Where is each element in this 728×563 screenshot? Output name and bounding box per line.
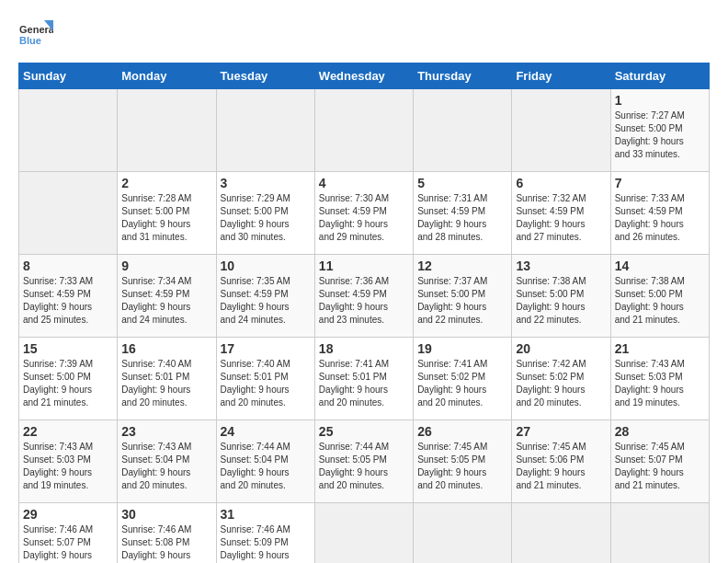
day-cell-10: 10Sunrise: 7:35 AMSunset: 4:59 PMDayligh… bbox=[216, 255, 314, 338]
day-number: 4 bbox=[319, 176, 409, 190]
day-cell-9: 9Sunrise: 7:34 AMSunset: 4:59 PMDaylight… bbox=[118, 255, 216, 338]
calendar-week-4: 15Sunrise: 7:39 AMSunset: 5:00 PMDayligh… bbox=[19, 338, 710, 420]
day-info: Sunrise: 7:46 AMSunset: 5:08 PMDaylight:… bbox=[121, 523, 211, 563]
logo-icon: General Blue bbox=[18, 18, 53, 53]
day-cell-12: 12Sunrise: 7:37 AMSunset: 5:00 PMDayligh… bbox=[414, 255, 512, 338]
day-cell-22: 22Sunrise: 7:43 AMSunset: 5:03 PMDayligh… bbox=[19, 420, 118, 503]
calendar-week-6: 29Sunrise: 7:46 AMSunset: 5:07 PMDayligh… bbox=[19, 503, 710, 564]
day-number: 24 bbox=[221, 424, 311, 439]
day-info: Sunrise: 7:34 AMSunset: 4:59 PMDaylight:… bbox=[121, 275, 211, 327]
day-number: 9 bbox=[121, 259, 211, 273]
day-number: 28 bbox=[615, 424, 705, 439]
day-cell-3: 3Sunrise: 7:29 AMSunset: 5:00 PMDaylight… bbox=[216, 172, 314, 255]
day-number: 29 bbox=[23, 507, 113, 522]
day-info: Sunrise: 7:37 AMSunset: 5:00 PMDaylight:… bbox=[417, 275, 507, 327]
day-number: 16 bbox=[121, 341, 211, 356]
day-cell-26: 26Sunrise: 7:45 AMSunset: 5:05 PMDayligh… bbox=[414, 420, 512, 503]
day-cell-15: 15Sunrise: 7:39 AMSunset: 5:00 PMDayligh… bbox=[19, 338, 118, 420]
day-info: Sunrise: 7:38 AMSunset: 5:00 PMDaylight:… bbox=[615, 275, 705, 327]
calendar-week-1: 1Sunrise: 7:27 AMSunset: 5:00 PMDaylight… bbox=[19, 89, 710, 172]
empty-cell bbox=[512, 89, 610, 172]
logo: General Blue bbox=[18, 18, 53, 53]
day-number: 6 bbox=[516, 176, 606, 190]
calendar-table: SundayMondayTuesdayWednesdayThursdayFrid… bbox=[18, 63, 710, 563]
day-number: 3 bbox=[221, 176, 311, 190]
day-info: Sunrise: 7:41 AMSunset: 5:01 PMDaylight:… bbox=[319, 358, 409, 409]
day-info: Sunrise: 7:32 AMSunset: 4:59 PMDaylight:… bbox=[516, 192, 606, 244]
header-wednesday: Wednesday bbox=[314, 63, 413, 89]
header-friday: Friday bbox=[512, 63, 610, 89]
day-cell-19: 19Sunrise: 7:41 AMSunset: 5:02 PMDayligh… bbox=[414, 338, 512, 420]
day-number: 30 bbox=[121, 507, 211, 522]
day-number: 1 bbox=[615, 93, 705, 108]
empty-cell bbox=[19, 172, 118, 255]
day-info: Sunrise: 7:44 AMSunset: 5:04 PMDaylight:… bbox=[221, 441, 311, 492]
empty-cell bbox=[414, 503, 512, 564]
day-number: 15 bbox=[23, 341, 113, 356]
day-info: Sunrise: 7:43 AMSunset: 5:04 PMDaylight:… bbox=[121, 441, 211, 492]
empty-cell bbox=[19, 89, 118, 172]
day-info: Sunrise: 7:40 AMSunset: 5:01 PMDaylight:… bbox=[121, 358, 211, 409]
day-cell-24: 24Sunrise: 7:44 AMSunset: 5:04 PMDayligh… bbox=[216, 420, 314, 503]
day-info: Sunrise: 7:27 AMSunset: 5:00 PMDaylight:… bbox=[615, 109, 705, 161]
empty-cell bbox=[610, 503, 709, 564]
header-monday: Monday bbox=[118, 63, 216, 89]
day-cell-23: 23Sunrise: 7:43 AMSunset: 5:04 PMDayligh… bbox=[118, 420, 216, 503]
day-cell-14: 14Sunrise: 7:38 AMSunset: 5:00 PMDayligh… bbox=[610, 255, 709, 338]
day-info: Sunrise: 7:44 AMSunset: 5:05 PMDaylight:… bbox=[319, 441, 409, 492]
day-info: Sunrise: 7:43 AMSunset: 5:03 PMDaylight:… bbox=[615, 358, 705, 409]
day-number: 23 bbox=[121, 424, 211, 439]
day-number: 18 bbox=[319, 341, 409, 356]
day-cell-2: 2Sunrise: 7:28 AMSunset: 5:00 PMDaylight… bbox=[118, 172, 216, 255]
day-number: 19 bbox=[417, 341, 507, 356]
day-info: Sunrise: 7:29 AMSunset: 5:00 PMDaylight:… bbox=[221, 192, 311, 244]
day-number: 2 bbox=[121, 176, 211, 190]
svg-text:Blue: Blue bbox=[19, 35, 41, 46]
calendar-week-5: 22Sunrise: 7:43 AMSunset: 5:03 PMDayligh… bbox=[19, 420, 710, 503]
day-cell-13: 13Sunrise: 7:38 AMSunset: 5:00 PMDayligh… bbox=[512, 255, 610, 338]
day-number: 12 bbox=[417, 259, 507, 273]
day-cell-25: 25Sunrise: 7:44 AMSunset: 5:05 PMDayligh… bbox=[314, 420, 413, 503]
calendar-header-row: SundayMondayTuesdayWednesdayThursdayFrid… bbox=[19, 63, 710, 89]
day-cell-30: 30Sunrise: 7:46 AMSunset: 5:08 PMDayligh… bbox=[118, 503, 216, 564]
day-number: 13 bbox=[516, 259, 606, 273]
day-cell-28: 28Sunrise: 7:45 AMSunset: 5:07 PMDayligh… bbox=[610, 420, 709, 503]
day-cell-18: 18Sunrise: 7:41 AMSunset: 5:01 PMDayligh… bbox=[314, 338, 413, 420]
day-number: 7 bbox=[615, 176, 705, 190]
day-number: 26 bbox=[417, 424, 507, 439]
day-info: Sunrise: 7:33 AMSunset: 4:59 PMDaylight:… bbox=[615, 192, 705, 244]
day-number: 17 bbox=[221, 341, 311, 356]
day-number: 11 bbox=[319, 259, 409, 273]
day-cell-17: 17Sunrise: 7:40 AMSunset: 5:01 PMDayligh… bbox=[216, 338, 314, 420]
day-cell-21: 21Sunrise: 7:43 AMSunset: 5:03 PMDayligh… bbox=[610, 338, 709, 420]
header-sunday: Sunday bbox=[19, 63, 118, 89]
day-number: 5 bbox=[417, 176, 507, 190]
day-info: Sunrise: 7:45 AMSunset: 5:05 PMDaylight:… bbox=[417, 441, 507, 492]
day-cell-27: 27Sunrise: 7:45 AMSunset: 5:06 PMDayligh… bbox=[512, 420, 610, 503]
day-info: Sunrise: 7:43 AMSunset: 5:03 PMDaylight:… bbox=[23, 441, 113, 492]
day-info: Sunrise: 7:31 AMSunset: 4:59 PMDaylight:… bbox=[417, 192, 507, 244]
day-number: 20 bbox=[516, 341, 606, 356]
day-info: Sunrise: 7:36 AMSunset: 4:59 PMDaylight:… bbox=[319, 275, 409, 327]
header-saturday: Saturday bbox=[610, 63, 709, 89]
calendar-week-3: 8Sunrise: 7:33 AMSunset: 4:59 PMDaylight… bbox=[19, 255, 710, 338]
day-cell-11: 11Sunrise: 7:36 AMSunset: 4:59 PMDayligh… bbox=[314, 255, 413, 338]
day-cell-7: 7Sunrise: 7:33 AMSunset: 4:59 PMDaylight… bbox=[610, 172, 709, 255]
day-info: Sunrise: 7:46 AMSunset: 5:07 PMDaylight:… bbox=[23, 523, 113, 563]
day-info: Sunrise: 7:46 AMSunset: 5:09 PMDaylight:… bbox=[221, 523, 311, 563]
day-number: 8 bbox=[23, 259, 113, 273]
empty-cell bbox=[512, 503, 610, 564]
day-info: Sunrise: 7:41 AMSunset: 5:02 PMDaylight:… bbox=[417, 358, 507, 409]
day-cell-29: 29Sunrise: 7:46 AMSunset: 5:07 PMDayligh… bbox=[19, 503, 118, 564]
empty-cell bbox=[118, 89, 216, 172]
day-info: Sunrise: 7:39 AMSunset: 5:00 PMDaylight:… bbox=[23, 358, 113, 409]
day-number: 14 bbox=[615, 259, 705, 273]
day-number: 25 bbox=[319, 424, 409, 439]
day-info: Sunrise: 7:38 AMSunset: 5:00 PMDaylight:… bbox=[516, 275, 606, 327]
empty-cell bbox=[414, 89, 512, 172]
day-info: Sunrise: 7:45 AMSunset: 5:07 PMDaylight:… bbox=[615, 441, 705, 492]
day-cell-1: 1Sunrise: 7:27 AMSunset: 5:00 PMDaylight… bbox=[610, 89, 709, 172]
day-cell-20: 20Sunrise: 7:42 AMSunset: 5:02 PMDayligh… bbox=[512, 338, 610, 420]
empty-cell bbox=[314, 503, 413, 564]
day-info: Sunrise: 7:45 AMSunset: 5:06 PMDaylight:… bbox=[516, 441, 606, 492]
